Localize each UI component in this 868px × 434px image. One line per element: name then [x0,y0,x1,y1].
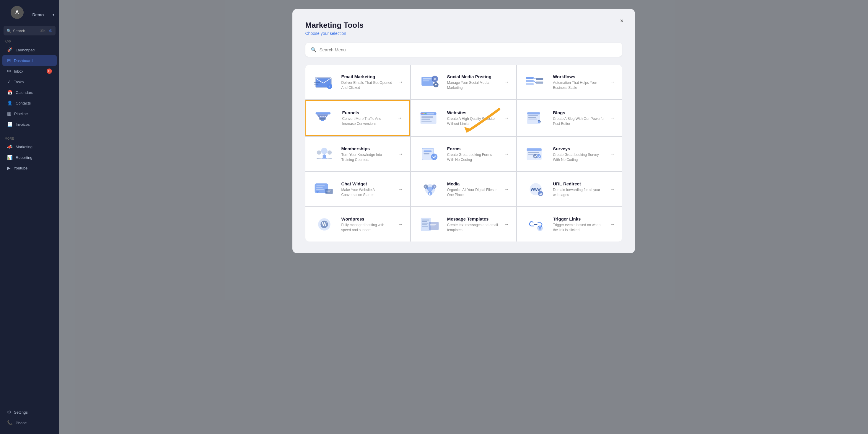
svg-rect-37 [528,116,538,116]
svg-rect-39 [528,119,537,120]
arrow-icon: → [610,187,615,192]
avatar: A [11,6,24,19]
tool-card-websites[interactable]: Websites Create A High Quality Website W… [411,100,516,136]
sidebar-item-inbox[interactable]: ✉ Inbox D [2,66,57,76]
tool-card-funnels[interactable]: Funnels Convert More Traffic And Increas… [305,100,410,136]
tool-name: Chat Widget [341,181,393,186]
tool-name: Message Templates [447,216,499,221]
tool-card-forms[interactable]: Forms Create Great Looking Forms With No… [411,137,516,171]
modal-backdrop[interactable]: Marketing Tools Choose your selection × … [59,0,868,434]
tool-desc: Trigger events based on when the link is… [553,223,604,232]
svg-rect-83 [422,226,428,227]
funnels-icon [313,109,337,127]
forms-icon [418,145,442,163]
sidebar-item-calendars[interactable]: 📅 Calendars [2,87,57,98]
tool-card-message-templates[interactable]: Message Templates Create text messages a… [411,207,516,242]
tool-info-wordpress: Wordpress Fully managed hosting with spe… [341,216,393,232]
modal: Marketing Tools Choose your selection × … [292,9,635,253]
sidebar-item-label: Youtube [13,166,28,170]
tool-card-surveys[interactable]: Surveys Create Great Looking Survey With… [517,137,622,171]
arrow-icon: → [398,222,403,227]
svg-rect-62 [327,191,330,192]
tool-card-trigger-links[interactable]: Trigger Links Trigger events based on wh… [517,207,622,242]
tool-info-url: URL Redirect Domain forwarding for all y… [553,181,604,197]
tool-name: Surveys [553,146,604,151]
svg-rect-19 [536,82,543,84]
search-label: Search [13,29,25,33]
sidebar-item-tasks[interactable]: ✓ Tasks [2,76,57,87]
chat-widget-icon [312,180,336,198]
sidebar-item-label: Tasks [14,80,24,84]
websites-icon [418,109,442,127]
search-shortcut-icon: ⊕ [49,28,53,33]
tool-info-websites: Websites Create A High Quality Website W… [447,110,499,126]
tool-card-wordpress[interactable]: W Wordpress Fully managed hosting with s… [305,207,410,242]
tool-card-media[interactable]: t f ▶ Media Organize All Your Digital [411,172,516,206]
sidebar-item-phone[interactable]: 📞 Phone [2,417,57,428]
tool-desc: Fully managed hosting with speed and sup… [341,223,393,232]
svg-rect-61 [327,190,331,190]
sidebar-item-reporting[interactable]: 📊 Reporting [2,152,57,163]
sidebar-item-marketing[interactable]: 📣 Marketing [2,142,57,152]
sidebar-item-invoices[interactable]: 🧾 Invoices [2,119,57,130]
tool-card-social-media[interactable]: # ♥ Social Media Posting Manage Your Soc… [411,65,516,99]
tool-name: Wordpress [341,216,393,221]
blogs-icon [524,109,548,127]
svg-rect-82 [422,224,427,225]
tool-card-url-redirect[interactable]: www URL Redirect Domain forwarding for a… [517,172,622,206]
svg-rect-10 [423,81,429,82]
sidebar-item-pipeline[interactable]: ▦ Pipeline [2,108,57,119]
tool-desc: Automation That Helps Your Business Scal… [553,80,604,90]
svg-text:www: www [530,187,541,192]
sidebar-item-settings[interactable]: ⚙ Settings [2,407,57,417]
arrow-icon: → [610,222,615,227]
sidebar-item-label: Invoices [16,122,30,127]
inbox-badge: D [46,68,52,74]
inbox-icon: ✉ [7,68,11,74]
workspace-chevron[interactable]: ▾ [53,13,54,17]
arrow-icon: → [610,80,615,85]
svg-rect-56 [316,185,325,186]
svg-rect-57 [316,187,323,188]
phone-icon: 📞 [7,420,13,426]
search-input[interactable] [319,47,617,52]
memberships-icon [312,145,336,163]
workspace-label: Demo [32,12,44,17]
svg-line-21 [534,81,536,82]
tool-info-templates: Message Templates Create text messages a… [447,216,499,232]
svg-rect-79 [422,220,429,221]
svg-rect-47 [424,153,429,154]
sidebar-item-label: Inbox [14,69,23,73]
dashboard-icon: ⊞ [7,58,11,63]
sidebar-search[interactable]: 🔍 Search ⌘K ⊕ [4,26,56,35]
modal-header: Marketing Tools Choose your selection [305,21,622,36]
svg-rect-24 [319,118,326,120]
tool-name: URL Redirect [553,181,604,186]
tool-desc: Manage Your Social Media Marketing [447,80,499,90]
modal-close-button[interactable]: × [617,16,627,25]
tool-card-email-marketing[interactable]: ↑ Email Marketing Deliver Emails That Ge… [305,65,410,99]
tool-card-workflows[interactable]: Workflows Automation That Helps Your Bus… [517,65,622,99]
marketing-icon: 📣 [7,144,13,149]
sidebar-item-label: Contacts [16,101,31,105]
tool-card-blogs[interactable]: Blogs Create A Blog With Our Powerful Po… [517,100,622,136]
tool-card-chat-widget[interactable]: Chat Widget Make Your Website A Conversa… [305,172,410,206]
tasks-icon: ✓ [7,79,11,85]
sidebar-divider [5,132,54,132]
tool-name: Funnels [342,110,392,115]
sidebar-item-contacts[interactable]: 👤 Contacts [2,98,57,108]
reporting-icon: 📊 [7,155,13,160]
svg-rect-31 [427,113,434,114]
sidebar-item-youtube[interactable]: ▶ Youtube [2,163,57,173]
search-bar: 🔍 [305,43,622,57]
tool-card-memberships[interactable]: Memberships Turn Your Knowledge Into Tra… [305,137,410,171]
social-media-icon: # ♥ [418,73,442,91]
svg-rect-46 [424,150,432,152]
arrow-icon: → [610,151,615,157]
sidebar-item-launchpad[interactable]: 🚀 Launchpad [2,44,57,55]
svg-text:♥: ♥ [435,83,436,87]
trigger-links-icon [524,216,548,233]
sidebar-item-dashboard[interactable]: ⊞ Dashboard [2,55,57,66]
arrow-icon: → [398,187,403,192]
sidebar-item-label: Marketing [16,145,32,149]
